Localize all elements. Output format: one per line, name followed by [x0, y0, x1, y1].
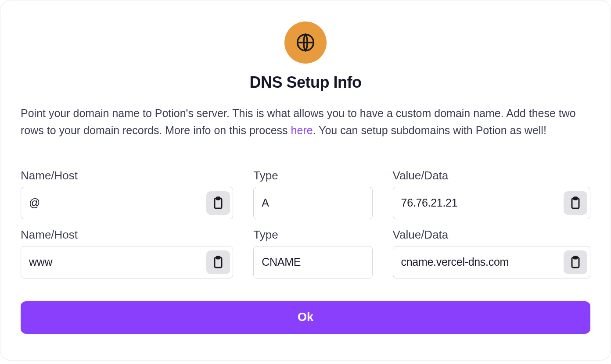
value-data-value: cname.vercel-dns.com	[401, 256, 582, 268]
modal-title: DNS Setup Info	[21, 73, 590, 92]
type-input[interactable]: CNAME	[253, 246, 372, 278]
copy-button[interactable]	[564, 191, 587, 215]
field-value-data-row2: Value/Data cname.vercel-dns.com	[393, 228, 590, 278]
clipboard-icon	[211, 196, 225, 210]
dns-setup-modal: DNS Setup Info Point your domain name to…	[0, 0, 611, 360]
clipboard-icon	[211, 255, 225, 269]
description-text-after: . You can setup subdomains with Potion a…	[313, 124, 546, 136]
dns-records-grid: Name/Host @ Type A Value/Data 76.76.21.2…	[21, 169, 590, 287]
type-input[interactable]: A	[253, 187, 372, 219]
name-host-value: www	[29, 256, 225, 268]
type-value: A	[262, 196, 364, 209]
field-name-host-row2: Name/Host www	[21, 228, 233, 278]
globe-icon	[284, 21, 327, 64]
copy-button[interactable]	[206, 250, 230, 274]
name-host-input[interactable]: www	[21, 246, 233, 278]
clipboard-icon	[568, 255, 582, 269]
type-value: CNAME	[262, 256, 364, 268]
copy-button[interactable]	[564, 250, 587, 274]
more-info-link[interactable]: here	[291, 124, 313, 136]
label-type: Type	[253, 169, 372, 182]
value-data-input[interactable]: 76.76.21.21	[393, 187, 590, 219]
label-type: Type	[253, 228, 372, 242]
clipboard-icon	[568, 196, 582, 210]
modal-description: Point your domain name to Potion's serve…	[21, 105, 590, 139]
value-data-input[interactable]: cname.vercel-dns.com	[393, 246, 590, 278]
name-host-input[interactable]: @	[21, 187, 233, 219]
label-value-data: Value/Data	[393, 169, 590, 182]
name-host-value: @	[29, 196, 225, 209]
field-name-host-row1: Name/Host @	[21, 169, 233, 219]
label-name-host: Name/Host	[21, 228, 233, 242]
field-value-data-row1: Value/Data 76.76.21.21	[393, 169, 590, 219]
label-value-data: Value/Data	[393, 228, 590, 242]
label-name-host: Name/Host	[21, 169, 233, 182]
ok-button[interactable]: Ok	[21, 301, 590, 334]
copy-button[interactable]	[206, 191, 230, 215]
field-type-row2: Type CNAME	[253, 228, 372, 278]
value-data-value: 76.76.21.21	[401, 196, 582, 209]
field-type-row1: Type A	[253, 169, 372, 219]
